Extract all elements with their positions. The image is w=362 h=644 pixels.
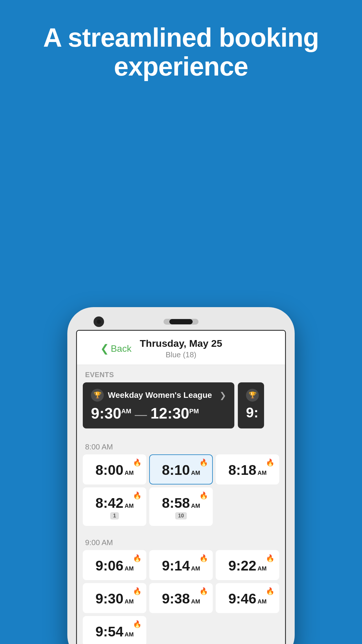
time-slot-922[interactable]: 🔥 9:22AM xyxy=(216,550,279,580)
event-time: 9:30AM — 12:30PM xyxy=(91,405,226,422)
back-label: Back xyxy=(111,343,131,354)
headline-section: A streamlined booking experience xyxy=(0,0,362,99)
phone-earpiece xyxy=(169,319,193,324)
event-title-row: 🏆 Weekday Women's League ❯ xyxy=(91,389,226,402)
time-slots-grid-9am: 🔥 9:06AM 🔥 9:14AM 🔥 xyxy=(77,550,285,644)
flame-icon-938: 🔥 xyxy=(199,587,208,595)
time-slot-858[interactable]: 🔥 8:58AM 10 xyxy=(149,487,213,526)
event-time-dash: — xyxy=(135,407,147,421)
divider-2 xyxy=(77,529,285,533)
flame-icon-914: 🔥 xyxy=(199,554,208,562)
time-group-8am: 8:00 AM 🔥 8:00AM 🔥 8:10AM xyxy=(77,437,285,529)
time-slot-946[interactable]: 🔥 9:46AM xyxy=(216,583,279,613)
back-button[interactable]: ❮ Back xyxy=(100,342,131,355)
time-slot-938[interactable]: 🔥 9:38AM xyxy=(149,583,213,613)
time-group-8am-label: 8:00 AM xyxy=(77,437,285,454)
slot-badge-858: 10 xyxy=(175,512,187,519)
flame-icon-954: 🔥 xyxy=(133,620,142,628)
trophy-icon: 🏆 xyxy=(91,389,104,402)
partial-trophy-icon: 🏆 xyxy=(246,389,259,402)
flame-icon-800: 🔥 xyxy=(133,459,142,467)
flame-icon-858: 🔥 xyxy=(199,491,208,500)
back-chevron-icon: ❮ xyxy=(100,342,109,355)
event-end-time: 12:30PM xyxy=(150,405,199,422)
headline-text: A streamlined booking experience xyxy=(35,23,327,81)
time-group-9am: 9:00 AM 🔥 9:06AM 🔥 9:14AM xyxy=(77,533,285,644)
divider-1 xyxy=(77,433,285,437)
phone-top xyxy=(76,319,286,325)
phone-frame: ❮ Back Thrusday, May 25 Blue (18) EVENTS xyxy=(67,307,295,644)
app-header: ❮ Back Thrusday, May 25 Blue (18) xyxy=(77,331,285,365)
flame-icon-946: 🔥 xyxy=(266,587,275,595)
event-title-left: 🏆 Weekday Women's League xyxy=(91,389,212,402)
flame-icon-922: 🔥 xyxy=(266,554,275,562)
header-title: Thrusday, May 25 xyxy=(140,338,222,349)
header-subtitle: Blue (18) xyxy=(140,350,222,359)
slot-badge-842: 1 xyxy=(110,512,119,519)
time-slot-906[interactable]: 🔥 9:06AM xyxy=(83,550,146,580)
time-slot-914[interactable]: 🔥 9:14AM xyxy=(149,550,213,580)
phone-screen: ❮ Back Thrusday, May 25 Blue (18) EVENTS xyxy=(76,330,286,644)
event-card-partial: 🏆 9: xyxy=(238,382,264,428)
time-slot-810[interactable]: 🔥 8:10AM xyxy=(149,454,213,484)
time-slot-818[interactable]: 🔥 8:18AM xyxy=(216,454,279,484)
flame-icon-810: 🔥 xyxy=(199,459,208,467)
events-scroll: 🏆 Weekday Women's League ❯ 9:30AM — 12:3… xyxy=(77,382,285,433)
event-name: Weekday Women's League xyxy=(108,391,212,400)
flame-icon-930: 🔥 xyxy=(133,587,142,595)
event-start-time: 9:30AM xyxy=(91,405,131,422)
events-section-label: EVENTS xyxy=(77,365,285,382)
event-card-1[interactable]: 🏆 Weekday Women's League ❯ 9:30AM — 12:3… xyxy=(83,382,234,428)
time-slot-930[interactable]: 🔥 9:30AM xyxy=(83,583,146,613)
flame-icon-906: 🔥 xyxy=(133,554,142,562)
partial-time-text: 9: xyxy=(246,405,256,421)
header-wrapper: ❮ Back Thrusday, May 25 Blue (18) xyxy=(86,338,276,359)
time-group-9am-label: 9:00 AM xyxy=(77,533,285,550)
time-slots-grid-8am: 🔥 8:00AM 🔥 8:10AM 🔥 xyxy=(77,454,285,526)
flame-icon-818: 🔥 xyxy=(266,459,275,467)
time-slot-842[interactable]: 🔥 8:42AM 1 xyxy=(83,487,146,526)
time-slot-800[interactable]: 🔥 8:00AM xyxy=(83,454,146,484)
event-chevron-right-icon: ❯ xyxy=(219,391,226,400)
header-center: Thrusday, May 25 Blue (18) xyxy=(140,338,222,359)
time-slot-954[interactable]: 🔥 9:54AM xyxy=(83,616,146,644)
phone-camera xyxy=(94,316,104,327)
flame-icon-842: 🔥 xyxy=(133,491,142,500)
phone-speaker xyxy=(164,319,198,325)
